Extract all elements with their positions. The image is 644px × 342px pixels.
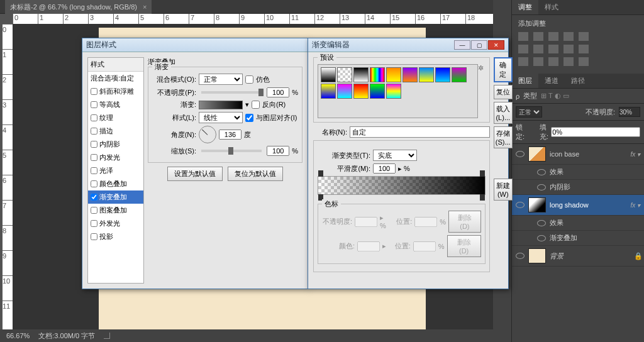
preset-swatch[interactable]: [337, 67, 352, 82]
preset-swatch[interactable]: [337, 84, 352, 99]
style-item[interactable]: 图案叠加: [88, 204, 143, 217]
preset-swatch[interactable]: [353, 84, 369, 99]
zoom-level[interactable]: 66.67%: [6, 332, 30, 339]
titlebar[interactable]: 图层样式: [82, 38, 308, 52]
fx-row[interactable]: 效果: [512, 165, 644, 180]
photo-filter-icon[interactable]: [548, 45, 558, 53]
layer-item[interactable]: icon base fx ▾: [512, 144, 644, 165]
new-button[interactable]: 新建(W): [494, 179, 513, 201]
cancel-button[interactable]: 复位: [494, 85, 513, 99]
style-item[interactable]: 内阴影: [88, 138, 143, 151]
preset-swatch[interactable]: [452, 67, 467, 82]
minimize-button[interactable]: —: [454, 40, 470, 50]
style-check[interactable]: [91, 154, 97, 161]
blend-mode-select[interactable]: 正常: [199, 74, 243, 85]
color-stop[interactable]: [480, 194, 485, 201]
style-item[interactable]: 光泽: [88, 164, 143, 177]
style-item[interactable]: 外发光: [88, 217, 143, 230]
layer-thumb[interactable]: [528, 248, 546, 263]
ok-button[interactable]: 确定: [494, 57, 513, 82]
style-check[interactable]: [91, 141, 97, 148]
style-check[interactable]: [91, 167, 97, 174]
style-item[interactable]: 描边: [88, 124, 143, 138]
maximize-button[interactable]: ▢: [471, 40, 487, 50]
style-check[interactable]: [91, 180, 97, 187]
posterize-icon[interactable]: [533, 57, 543, 66]
style-check[interactable]: [91, 128, 97, 135]
gradient-name-input[interactable]: [350, 126, 490, 138]
layer-item[interactable]: 背景 🔒: [512, 246, 644, 267]
style-check[interactable]: [91, 220, 97, 227]
opacity-input[interactable]: [619, 107, 640, 117]
style-check[interactable]: [91, 207, 97, 214]
preset-swatch[interactable]: [370, 84, 385, 99]
tab-adjustments[interactable]: 调整: [512, 0, 538, 14]
gradient-type-select[interactable]: 实底: [373, 150, 417, 161]
layer-item[interactable]: long shadow fx ▾: [512, 195, 644, 216]
angle-input[interactable]: [219, 130, 242, 140]
curves-icon[interactable]: [548, 32, 558, 41]
reset-default-button[interactable]: 复位为默认值: [228, 167, 283, 181]
visibility-icon[interactable]: [537, 169, 546, 175]
preset-swatch[interactable]: [370, 67, 385, 82]
style-check[interactable]: [91, 194, 97, 201]
style-check[interactable]: [91, 101, 97, 108]
gradient-map-icon[interactable]: [564, 57, 574, 66]
scale-slider[interactable]: [201, 150, 262, 152]
style-check[interactable]: [91, 233, 97, 240]
exposure-icon[interactable]: [564, 32, 574, 41]
tab-channels[interactable]: 通道: [538, 74, 565, 88]
close-button[interactable]: ✕: [488, 40, 504, 50]
tab-layers[interactable]: 图层: [512, 74, 538, 88]
style-item[interactable]: 投影: [88, 230, 143, 243]
fx-row[interactable]: 渐变叠加: [512, 231, 644, 246]
visibility-icon[interactable]: [537, 220, 546, 226]
brightness-icon[interactable]: [518, 32, 528, 41]
style-item[interactable]: 内发光: [88, 151, 143, 164]
fx-badge[interactable]: fx ▾: [630, 202, 640, 209]
style-item[interactable]: 渐变叠加: [88, 190, 143, 204]
selective-icon[interactable]: [579, 57, 589, 66]
visibility-icon[interactable]: [516, 202, 525, 208]
blend-options[interactable]: 混合选项:自定: [88, 72, 143, 85]
gradient-preview[interactable]: [199, 101, 243, 109]
close-icon[interactable]: ×: [143, 3, 147, 11]
smooth-input[interactable]: [373, 163, 396, 174]
preset-swatch[interactable]: [321, 67, 336, 82]
chevron-right-icon[interactable]: [104, 333, 110, 339]
opacity-slider[interactable]: [201, 91, 262, 94]
blend-mode-select[interactable]: 正常: [516, 106, 542, 118]
styles-header[interactable]: 样式: [88, 58, 143, 72]
gradient-style-select[interactable]: 线性: [199, 112, 243, 123]
style-check[interactable]: [91, 88, 97, 95]
opacity-stop[interactable]: [480, 170, 485, 177]
load-button[interactable]: 载入(L)...: [494, 102, 513, 124]
tab-paths[interactable]: 路径: [565, 74, 591, 88]
style-item[interactable]: 斜面和浮雕: [88, 85, 143, 98]
gear-icon[interactable]: ✲: [478, 64, 486, 72]
visibility-icon[interactable]: [537, 184, 546, 190]
dither-check[interactable]: [245, 75, 253, 84]
levels-icon[interactable]: [533, 32, 543, 41]
scale-input[interactable]: [267, 146, 289, 156]
channel-mixer-icon[interactable]: [564, 45, 574, 53]
threshold-icon[interactable]: [548, 57, 558, 66]
fx-row[interactable]: 效果: [512, 216, 644, 231]
fx-row[interactable]: 内阴影: [512, 180, 644, 195]
gradient-bar[interactable]: [318, 176, 486, 195]
fx-badge[interactable]: fx ▾: [630, 151, 640, 158]
align-check[interactable]: [245, 114, 253, 122]
preset-swatch[interactable]: [321, 84, 336, 99]
fill-input[interactable]: [551, 127, 640, 137]
document-tab[interactable]: 未标题-2 @ 66.7% (long shadow, RGB/8) ×: [5, 0, 152, 14]
reverse-check[interactable]: [252, 101, 260, 109]
visibility-icon[interactable]: [516, 253, 525, 259]
style-item[interactable]: 等高线: [88, 98, 143, 111]
tab-styles[interactable]: 样式: [538, 0, 565, 14]
opacity-input[interactable]: [267, 87, 289, 97]
lut-icon[interactable]: [579, 45, 589, 53]
hue-icon[interactable]: [518, 45, 528, 53]
preset-swatch[interactable]: [386, 84, 401, 99]
style-check[interactable]: [91, 114, 97, 121]
style-item[interactable]: 纹理: [88, 111, 143, 124]
